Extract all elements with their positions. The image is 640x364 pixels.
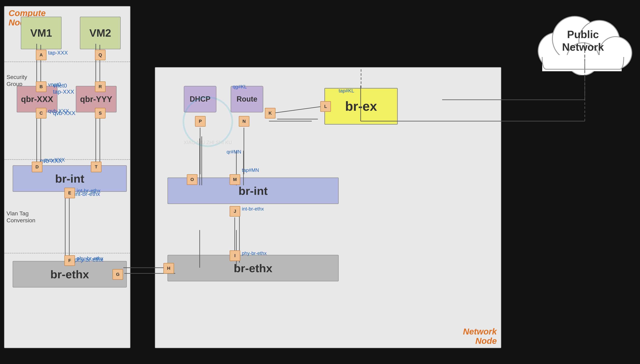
port-e: E xyxy=(64,188,75,198)
compute-node-box: Compute Node SecurityGroup Vlan TagConve… xyxy=(4,6,130,348)
br-ex-box: br-ex xyxy=(325,88,398,124)
port-a-label: tap-XXX xyxy=(48,50,68,56)
port-l: L xyxy=(320,101,331,112)
port-n: N xyxy=(239,116,249,127)
port-a: A xyxy=(36,50,47,60)
port-g: G xyxy=(113,269,123,280)
dhcp-box: DHCP xyxy=(184,86,216,112)
main-container: Compute Node SecurityGroup Vlan TagConve… xyxy=(0,0,640,364)
int-br-ethx-network-label: int-br-ethx xyxy=(242,206,264,212)
port-r: R xyxy=(95,82,106,92)
port-s: S xyxy=(95,108,106,118)
port-qg-label: qg#KL xyxy=(233,84,247,90)
port-m: M xyxy=(230,174,240,185)
port-f-label: phy-br-ethx xyxy=(77,255,104,262)
port-b-label: vnet0 xyxy=(48,82,61,88)
port-p: P xyxy=(195,116,206,127)
network-node-box: Network Node DHCP Route K qg#KL P N qr#M… xyxy=(155,67,501,348)
tap-kl-label: tap#KL xyxy=(339,88,354,94)
port-d-label: qvo-XXX xyxy=(44,157,65,163)
port-o: O xyxy=(187,174,197,185)
port-h: H xyxy=(163,263,174,274)
vm2-box: VM2 xyxy=(80,17,121,49)
vlan-tag-label: Vlan TagConversion xyxy=(7,210,36,224)
public-network-area: Public Network xyxy=(530,6,636,75)
port-q: Q xyxy=(95,50,106,60)
security-group-label: SecurityGroup xyxy=(7,74,27,87)
svg-line-17 xyxy=(275,107,320,113)
port-t: T xyxy=(91,162,102,172)
port-e-label: int-br-ethx xyxy=(77,188,100,194)
phy-br-ethx-network-label: phy-br-ethx xyxy=(242,250,266,256)
br-ethx-network: br-ethx xyxy=(167,255,339,281)
port-b: B xyxy=(36,82,47,92)
tap-mn-label: tap#MN xyxy=(242,167,259,173)
public-network-label: Public Network xyxy=(556,28,609,54)
port-f: F xyxy=(64,255,75,266)
vm1-box: VM1 xyxy=(21,17,62,49)
port-qr-label: qr#MN xyxy=(227,149,241,155)
port-c-label: qvb-XXX xyxy=(48,108,69,114)
port-j: J xyxy=(230,206,240,216)
network-node-label: Network Node xyxy=(463,327,497,346)
dashed-divider-1 xyxy=(5,62,130,62)
port-k: K xyxy=(265,108,275,118)
dashed-divider-3 xyxy=(5,253,130,254)
route-box: Route xyxy=(231,86,263,112)
port-c: C xyxy=(36,108,47,118)
dashed-divider-2 xyxy=(5,159,130,160)
port-d: D xyxy=(32,162,42,172)
port-i: I xyxy=(230,250,240,261)
